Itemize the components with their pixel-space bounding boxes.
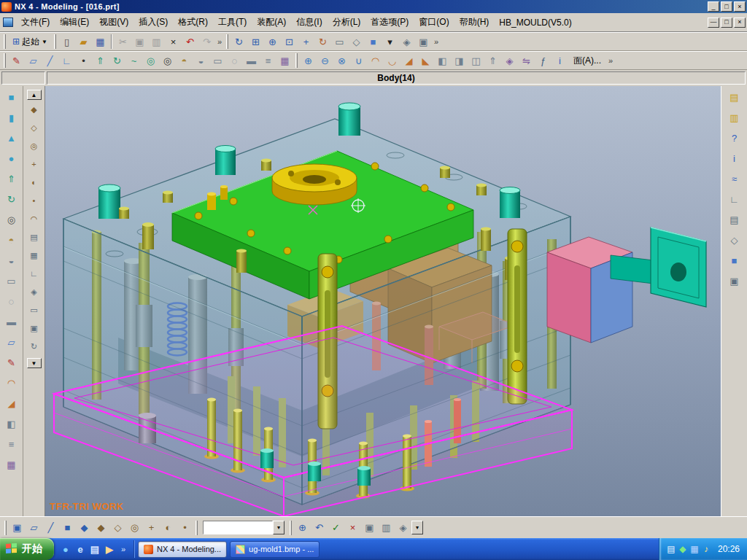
form-sphere-icon[interactable]: ● [2, 149, 21, 168]
tray-input-method-icon[interactable]: ▤ [665, 544, 677, 554]
select-face-icon[interactable]: ▱ [26, 520, 42, 536]
copy-icon[interactable]: ▣ [131, 34, 148, 50]
deselect-icon[interactable]: ↶ [311, 520, 328, 536]
highlight-icon[interactable]: ◈ [395, 520, 411, 536]
render-style-icon[interactable]: ■ [725, 252, 744, 270]
refresh-icon[interactable]: ↻ [26, 338, 42, 354]
tray-volume-icon[interactable]: ♪ [700, 544, 712, 554]
sel-snap-point-icon[interactable]: • [177, 520, 193, 536]
menu-help[interactable]: 帮助(H) [454, 14, 495, 31]
start-flyout-button[interactable]: ⊞ 起始 ▼ [8, 34, 52, 50]
close-button[interactable]: × [734, 1, 746, 12]
mdi-close-button[interactable]: × [734, 18, 746, 28]
grid-icon[interactable]: ▦ [26, 247, 42, 263]
offset-face-icon[interactable]: ⇑ [484, 52, 501, 69]
revolve-icon[interactable]: ↻ [109, 52, 125, 69]
expression-icon[interactable]: ƒ [535, 52, 551, 69]
analysis-icon[interactable]: ≈ [725, 170, 744, 188]
paste-icon[interactable]: ▥ [148, 34, 165, 50]
rotate-view-icon[interactable]: ↻ [314, 34, 331, 50]
refresh-view-icon[interactable]: ↻ [231, 34, 247, 50]
quick-launch-app-icon[interactable]: ● [58, 541, 73, 557]
toolbar-grip[interactable] [226, 34, 228, 49]
show-icon[interactable]: ▣ [26, 320, 42, 336]
selection-filter-caret-icon[interactable]: ▾ [273, 521, 285, 534]
filter-body-icon[interactable]: ▣ [361, 520, 378, 536]
hole-icon[interactable]: ◎ [159, 52, 176, 69]
select-feature-icon[interactable]: ◆ [76, 520, 93, 536]
quick-launch-desktop-icon[interactable]: ▤ [88, 541, 102, 557]
snap-existing-point-icon[interactable]: • [26, 192, 42, 209]
form-blend-icon[interactable]: ◠ [2, 374, 21, 392]
snap-intersection-icon[interactable]: + [26, 156, 42, 172]
form-thread-icon[interactable]: ≡ [2, 435, 21, 454]
boss-icon[interactable]: ◓ [176, 52, 193, 69]
tube-icon[interactable]: ◎ [142, 52, 159, 69]
toolbar-overflow-chevron[interactable]: » [215, 37, 224, 46]
orient-view-icon[interactable]: ◇ [725, 231, 744, 249]
mold-3d-view[interactable] [45, 86, 721, 516]
form-block-icon[interactable]: ■ [2, 88, 21, 106]
face-blend-icon[interactable]: ◡ [384, 52, 400, 69]
preferences-icon[interactable]: ▣ [725, 272, 744, 290]
datum-axis-icon[interactable]: ╱ [42, 52, 58, 69]
sel-snap-intersection-icon[interactable]: + [143, 520, 160, 536]
toolbar-grip[interactable] [196, 521, 198, 535]
wcs-display-icon[interactable]: ∟ [725, 190, 744, 209]
groove-icon[interactable]: ◌ [226, 52, 243, 69]
split-body-icon[interactable]: ◫ [468, 52, 484, 69]
point-icon[interactable]: • [75, 52, 92, 69]
wireframe-view-icon[interactable]: ◈ [398, 34, 415, 50]
toolbar-grip[interactable] [4, 34, 6, 49]
tray-antivirus-icon[interactable]: ◆ [677, 544, 689, 554]
toolbar-grip[interactable] [54, 34, 56, 49]
selection-filter-combo[interactable] [203, 521, 273, 534]
trim-body-icon[interactable]: ◨ [451, 52, 468, 69]
delete-icon[interactable]: × [165, 34, 182, 50]
select-body-icon[interactable]: ■ [59, 520, 76, 536]
orient-icon[interactable]: ◈ [26, 284, 42, 300]
datum-csys-icon[interactable]: ∟ [58, 52, 75, 69]
wcs-icon[interactable]: ∟ [26, 265, 42, 281]
form-datum-plane-icon[interactable]: ▱ [2, 333, 21, 351]
toolbar-overflow-chevron[interactable]: » [606, 56, 615, 65]
chamfer-icon[interactable]: ◢ [400, 52, 417, 69]
form-shell-icon[interactable]: ◧ [2, 415, 21, 433]
window-cascade-icon[interactable]: ▤ [725, 88, 744, 106]
snap-endpoint-icon[interactable]: ◆ [26, 101, 42, 117]
menu-insert[interactable]: 插入(S) [133, 14, 173, 31]
undo-icon[interactable]: ↶ [182, 34, 198, 50]
info-icon[interactable]: i [725, 149, 744, 168]
shaded-view-caret-icon[interactable]: ▾ [382, 34, 398, 50]
hide-icon[interactable]: ▭ [26, 302, 42, 318]
zoom-window-icon[interactable]: ⊡ [281, 34, 298, 50]
toolbar-grip[interactable] [4, 53, 6, 68]
redo-icon[interactable]: ↷ [198, 34, 215, 50]
model-info-icon[interactable]: i [551, 52, 568, 69]
edge-blend-icon[interactable]: ◠ [367, 52, 384, 69]
mirror-body-icon[interactable]: ⇋ [518, 52, 535, 69]
snap-center-icon[interactable]: ◎ [26, 138, 42, 154]
locating-ring[interactable] [272, 164, 357, 205]
form-revolve-icon[interactable]: ↻ [2, 190, 21, 209]
sew-icon[interactable]: ∪ [350, 52, 367, 69]
toolbar-grip[interactable] [295, 53, 298, 68]
menu-analysis[interactable]: 分析(L) [328, 14, 366, 31]
subtract-icon[interactable]: ⊖ [317, 52, 333, 69]
menu-format[interactable]: 格式(R) [173, 14, 213, 31]
mdi-minimize-button[interactable]: — [708, 18, 719, 28]
task-button-nx[interactable]: NX 4 - Modeling... [138, 541, 227, 558]
draft-icon[interactable]: ◣ [417, 52, 434, 69]
minimize-button[interactable]: _ [708, 1, 719, 12]
help-icon[interactable]: ? [725, 129, 744, 147]
fit-view-icon[interactable]: ⊞ [247, 34, 264, 50]
form-hole-icon[interactable]: ◎ [2, 211, 21, 229]
scroll-down-icon[interactable]: ▼ [27, 358, 42, 368]
pan-icon[interactable]: + [298, 34, 314, 50]
toolbar-overflow-chevron[interactable]: » [432, 37, 441, 46]
slot-icon[interactable]: ▬ [243, 52, 260, 69]
form-sketch-icon[interactable]: ✎ [2, 354, 21, 372]
extrude-icon[interactable]: ⇑ [92, 52, 109, 69]
zoom-selection-icon[interactable]: ⊕ [294, 520, 311, 536]
menu-preferences[interactable]: 首选项(P) [365, 14, 414, 31]
